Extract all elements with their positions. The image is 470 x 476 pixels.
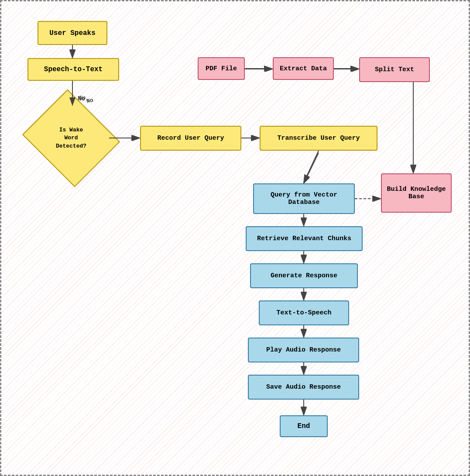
retrieve-chunks-box: Retrieve Relevant Chunks [246,226,363,251]
save-audio-box: Save Audio Response [248,375,359,400]
speech-to-text-box: Speech-to-Text [27,58,119,81]
transcribe-user-query-box: Transcribe User Query [260,126,377,151]
wake-word-diamond: Is WakeWordDetected? [34,106,108,170]
pdf-file-box: PDF File [198,57,245,80]
extract-data-box: Extract Data [273,57,334,80]
record-user-query-box: Record User Query [140,126,241,151]
generate-response-box: Generate Response [250,263,358,288]
canvas: No User Speaks Speech-to-Text Is WakeWor… [0,0,470,476]
user-speaks-box: User Speaks [38,21,107,45]
split-text-box: Split Text [359,57,430,82]
text-to-speech-box: Text-to-Speech [259,300,349,325]
play-audio-box: Play Audio Response [248,338,359,362]
svg-line-5 [304,153,319,183]
svg-line-24 [304,151,319,183]
query-vector-db-box: Query from Vector Database [253,183,355,214]
build-knowledge-base-box: Build Knowledge Base [381,173,452,213]
no-arrow-label: No [86,97,94,104]
end-box: End [280,415,328,437]
